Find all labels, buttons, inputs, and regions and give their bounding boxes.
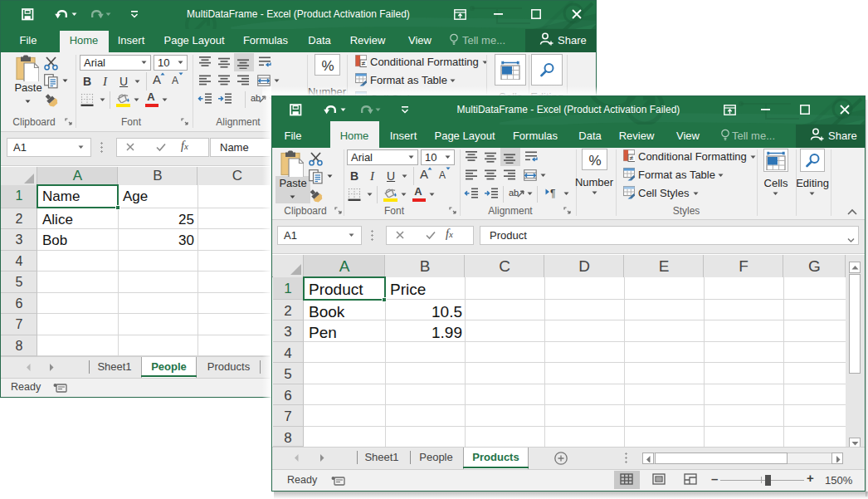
svg-text:ab: ab bbox=[509, 188, 519, 198]
svg-text:A: A bbox=[414, 186, 422, 198]
svg-text:A: A bbox=[147, 91, 155, 103]
svg-text:%: % bbox=[321, 58, 334, 73]
svg-text:≠: ≠ bbox=[362, 59, 366, 67]
svg-text:A: A bbox=[420, 167, 428, 181]
svg-text:A: A bbox=[172, 75, 178, 86]
svg-text:%: % bbox=[588, 153, 601, 168]
svg-text:ab: ab bbox=[251, 93, 261, 103]
svg-text:¶: ¶ bbox=[550, 188, 555, 198]
svg-text:A: A bbox=[153, 72, 161, 86]
svg-text:≠: ≠ bbox=[630, 154, 634, 162]
svg-text:A: A bbox=[439, 169, 446, 181]
